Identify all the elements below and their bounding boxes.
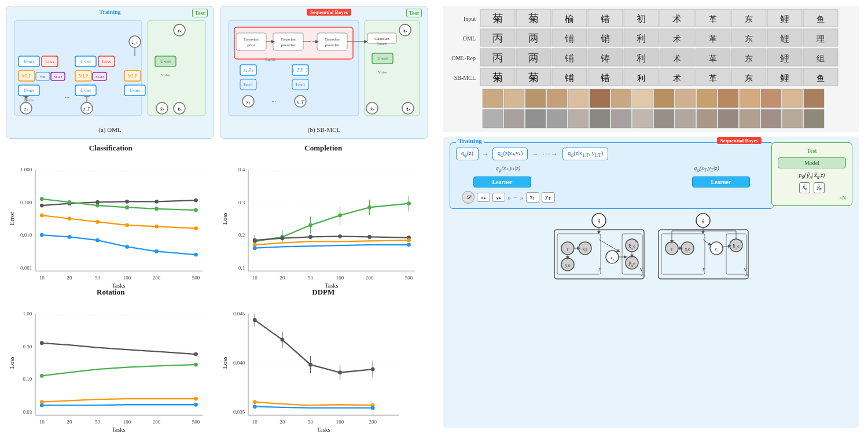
formula-node-3: qφ(z|x1:T, y1:T): [562, 148, 608, 160]
svg-text:Enc1: Enc1: [244, 82, 253, 87]
seqbayes-badge: Sequential Bayes: [717, 137, 762, 144]
svg-point-124: [40, 214, 44, 218]
cond-row: qφ(x₁,y₁|z) qφ(xT,yT|z): [456, 165, 767, 173]
xn-test-node: x̃n: [799, 182, 810, 193]
rotation-svg: Loss 1.00 0.30 0.10 0.03 10 20 50: [6, 298, 216, 428]
svg-rect-327: [568, 109, 589, 128]
svg-line-362: [599, 240, 619, 251]
svg-text:术: 术: [672, 14, 682, 24]
svg-rect-370: [661, 234, 705, 274]
svg-text:ε̂_T: ε̂_T: [131, 41, 139, 45]
svg-rect-336: [761, 109, 781, 128]
svg-text:丙: 丙: [492, 32, 503, 44]
svg-point-127: [125, 223, 129, 227]
svg-text:50: 50: [95, 275, 101, 281]
oml-train-label: Training: [99, 9, 120, 15]
svg-text:200: 200: [365, 275, 373, 281]
svg-point-134: [155, 249, 159, 253]
svg-text:鲤: 鲤: [780, 73, 789, 83]
svg-text:ε̂ₙ: ε̂ₙ: [403, 29, 407, 34]
svg-point-128: [155, 225, 159, 229]
svg-text:利: 利: [637, 53, 646, 63]
data-dots: »: [507, 193, 511, 202]
svg-text:prior: prior: [247, 43, 255, 47]
svg-rect-325: [525, 109, 546, 128]
svg-rect-322: [804, 89, 824, 108]
cond-2: qφ(xT,yT|z): [657, 165, 756, 173]
svg-text:革: 革: [709, 35, 717, 43]
svg-text:Tasks: Tasks: [317, 426, 330, 432]
svg-point-122: [155, 207, 159, 211]
svg-text:术: 术: [673, 74, 681, 83]
svg-text:z_T: z_T: [83, 106, 90, 112]
svg-text:鲤: 鲤: [780, 14, 789, 24]
svg-rect-323: [483, 109, 503, 128]
svg-text:U-net: U-net: [160, 59, 171, 64]
svg-rect-332: [675, 109, 696, 128]
gm1-svg: θ E T t xte yte zc: [551, 214, 647, 283]
svg-text:θ: θ: [597, 218, 600, 225]
svg-point-135: [194, 253, 198, 257]
svg-text:Gaussian: Gaussian: [244, 37, 259, 42]
svg-text:T: T: [598, 267, 601, 273]
svg-text:50: 50: [308, 275, 314, 281]
omlrep-row: OML-Rep 丙 两 铺 铸 利 术 革 东: [447, 49, 855, 67]
svg-text:100: 100: [123, 419, 131, 425]
svg-point-133: [125, 245, 129, 249]
svg-text:东: 东: [745, 74, 753, 83]
svg-text:posterior: posterior: [281, 43, 296, 47]
svg-text:···: ···: [271, 98, 276, 105]
svg-rect-317: [697, 89, 717, 108]
svg-point-118: [40, 197, 44, 201]
svg-text:铺: 铺: [564, 53, 574, 63]
learner-2-node: Learner: [692, 176, 750, 187]
svg-rect-312: [590, 89, 610, 108]
yn-test-node: ỹn: [814, 182, 825, 193]
sbmcl-test-label: Test: [406, 9, 422, 17]
svg-text:0.30: 0.30: [23, 343, 32, 349]
svg-text:理: 理: [816, 35, 825, 43]
svg-text:10: 10: [252, 419, 258, 425]
x1-node: x₁: [477, 193, 490, 202]
svg-rect-337: [782, 109, 803, 128]
completion-svg: Loss 0.4 0.3 0.2 0.1 10 20 50: [219, 154, 429, 284]
arrow-1: →: [482, 150, 489, 159]
svg-text:Eq.(5): Eq.(5): [265, 57, 275, 62]
svg-point-169: [367, 235, 372, 239]
svg-text:东: 东: [745, 15, 753, 24]
svg-rect-62: [317, 33, 347, 50]
svg-point-130: [40, 233, 44, 237]
svg-point-115: [125, 200, 129, 204]
ddpm-title: DDPM: [219, 288, 429, 297]
svg-text:ε̂ₙ: ε̂ₙ: [178, 29, 182, 34]
svg-point-172: [407, 238, 411, 242]
svg-line-384: [703, 240, 710, 245]
svg-text:200: 200: [369, 419, 377, 425]
svg-text:Snt: Snt: [40, 75, 45, 79]
svg-text:Tasks: Tasks: [112, 426, 125, 432]
svg-text:错: 错: [600, 14, 610, 24]
svg-text:菊: 菊: [492, 72, 503, 83]
svg-text:初: 初: [637, 14, 646, 24]
svg-point-195: [194, 362, 198, 366]
sbmcl-row: SB-MCL 菊 菊 铺 错 利 术 革 东: [447, 68, 855, 87]
svg-text:0.010: 0.010: [20, 232, 32, 238]
svg-text:U-net: U-net: [130, 88, 141, 93]
svg-text:ε̂ₙ: ε̂ₙ: [178, 107, 182, 112]
svg-text:10: 10: [39, 275, 45, 281]
svg-point-165: [252, 238, 256, 242]
svg-text:东: 东: [745, 54, 753, 63]
svg-rect-329: [611, 109, 631, 128]
svg-text:0.001: 0.001: [20, 265, 32, 271]
svg-text:x₁: x₁: [246, 100, 251, 105]
rotation-title: Rotation: [6, 288, 216, 297]
svg-text:两: 两: [528, 52, 539, 64]
svg-point-121: [125, 205, 129, 209]
omlrep-char-images: 丙 两 铺 铸 利 术 革 东 鲤: [480, 49, 839, 67]
svg-point-120: [95, 204, 100, 208]
svg-text:Enc1: Enc1: [296, 82, 305, 87]
svg-text:SGD: SGD: [54, 75, 62, 79]
svg-text:20: 20: [67, 275, 72, 281]
svg-point-199: [194, 402, 198, 406]
svg-text:革: 革: [709, 74, 717, 83]
